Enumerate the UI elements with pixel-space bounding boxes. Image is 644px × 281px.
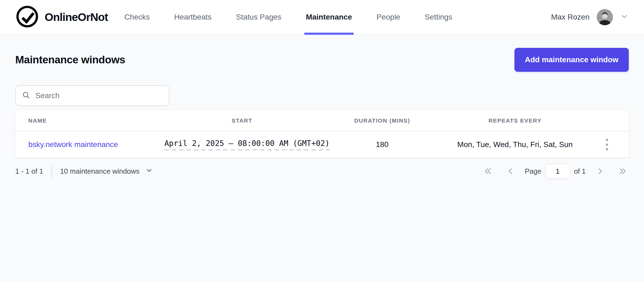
nav-item-status-pages[interactable]: Status Pages xyxy=(234,0,283,34)
page-size-select[interactable]: 10 maintenance windows xyxy=(60,167,153,176)
of-label: of 1 xyxy=(574,167,586,176)
duration-cell: 180 xyxy=(320,140,445,149)
page-title-row: Maintenance windows Add maintenance wind… xyxy=(15,48,629,72)
main-nav: Checks Heartbeats Status Pages Maintenan… xyxy=(123,0,454,34)
nav-item-maintenance[interactable]: Maintenance xyxy=(304,0,354,34)
maintenance-windows-table: Name Start Duration (mins) Repeats every… xyxy=(15,110,629,158)
first-page-button[interactable] xyxy=(482,166,494,177)
add-maintenance-window-button[interactable]: Add maintenance window xyxy=(514,48,629,72)
chevron-down-icon xyxy=(620,12,629,22)
repeats-cell: Mon, Tue, Wed, Thu, Fri, Sat, Sun xyxy=(445,140,585,149)
maintenance-name-cell: bsky.network maintenance xyxy=(15,140,164,149)
row-actions-cell xyxy=(585,136,629,154)
main-content: Maintenance windows Add maintenance wind… xyxy=(0,48,644,179)
page-size-label: 10 maintenance windows xyxy=(60,167,140,176)
nav-item-checks[interactable]: Checks xyxy=(123,0,151,34)
page-number-input[interactable] xyxy=(545,164,570,179)
kebab-dot xyxy=(606,148,608,150)
nav-item-heartbeats[interactable]: Heartbeats xyxy=(173,0,213,34)
user-name: Max Rozen xyxy=(551,13,590,21)
column-header-name: Name xyxy=(15,117,164,124)
search-box[interactable] xyxy=(15,85,169,106)
page-word: Page xyxy=(525,167,541,176)
start-time-value[interactable]: April 2, 2025 – 08:00:00 AM (GMT+02) xyxy=(164,139,330,151)
row-actions-kebab-menu[interactable] xyxy=(602,136,612,154)
table-row: bsky.network maintenance April 2, 2025 –… xyxy=(15,131,629,158)
range-label: 1 - 1 of 1 xyxy=(15,167,43,176)
column-header-start: Start xyxy=(164,117,320,124)
page-title: Maintenance windows xyxy=(15,54,125,66)
previous-page-button[interactable] xyxy=(505,166,516,177)
nav-item-settings[interactable]: Settings xyxy=(423,0,454,34)
start-time-cell: April 2, 2025 – 08:00:00 AM (GMT+02) xyxy=(164,139,320,151)
maintenance-name-link[interactable]: bsky.network maintenance xyxy=(28,140,118,149)
pagination-bar: 1 - 1 of 1 10 maintenance windows xyxy=(15,164,629,179)
kebab-dot xyxy=(606,143,608,146)
last-page-button[interactable] xyxy=(616,166,629,177)
pagination-summary: 1 - 1 of 1 10 maintenance windows xyxy=(15,165,153,177)
top-navigation-bar: OnlineOrNot Checks Heartbeats Status Pag… xyxy=(0,0,644,35)
pagination-controls: Page of 1 xyxy=(482,164,629,179)
brand-logo[interactable]: OnlineOrNot xyxy=(15,5,108,30)
table-header-row: Name Start Duration (mins) Repeats every xyxy=(15,110,629,131)
search-input[interactable] xyxy=(35,91,163,100)
chevron-down-icon xyxy=(146,167,153,176)
search-icon xyxy=(22,91,30,101)
column-header-repeats: Repeats every xyxy=(445,117,585,124)
nav-item-people[interactable]: People xyxy=(375,0,402,34)
user-menu[interactable]: Max Rozen xyxy=(551,9,629,25)
logo-checkmark-icon xyxy=(15,5,39,30)
brand-name: OnlineOrNot xyxy=(45,11,108,24)
divider xyxy=(51,165,52,177)
kebab-dot xyxy=(606,139,608,141)
column-header-duration: Duration (mins) xyxy=(320,117,445,124)
next-page-button[interactable] xyxy=(595,166,605,177)
avatar xyxy=(597,9,613,25)
